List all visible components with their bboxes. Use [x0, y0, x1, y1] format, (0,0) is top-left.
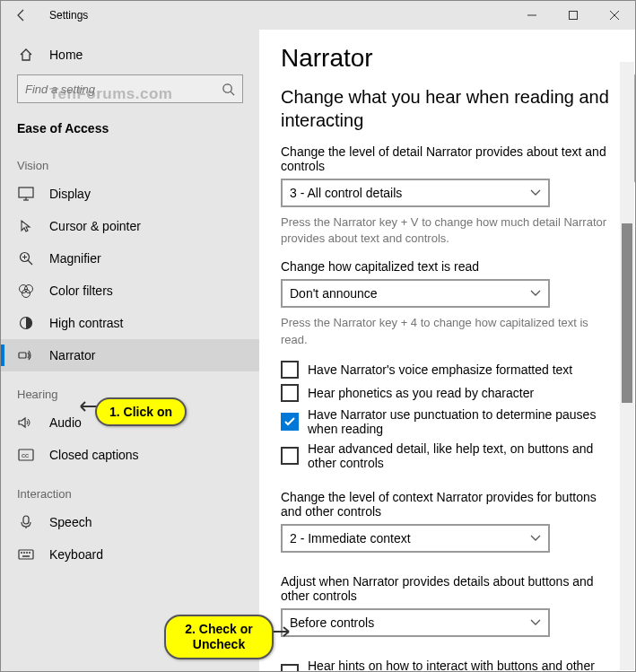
nav-label: Cursor & pointer [49, 219, 141, 233]
sidebar-item-display[interactable]: Display [1, 178, 259, 210]
context-select[interactable]: 2 - Immediate context [281, 524, 550, 553]
chevron-down-icon [530, 619, 541, 626]
context-label: Change the level of context Narrator pro… [281, 490, 614, 519]
checkbox-label: Hear hints on how to interact with butto… [308, 659, 614, 671]
callout-2-text: 2. Check or Uncheck [179, 622, 259, 652]
checkbox-emphasize[interactable]: Have Narrator's voice emphasize formatte… [281, 361, 614, 379]
svg-point-2 [223, 83, 231, 92]
nav-label: Magnifier [49, 251, 101, 266]
checkbox-icon [281, 361, 299, 379]
detail-select[interactable]: 3 - All control details [281, 179, 550, 207]
checkbox-hints[interactable]: Hear hints on how to interact with butto… [281, 659, 614, 671]
home-icon [17, 48, 35, 62]
cursor-icon [17, 219, 35, 233]
select-value: 2 - Immediate context [290, 531, 411, 545]
page-title: Narrator [281, 44, 614, 73]
svg-rect-1 [570, 12, 578, 20]
nav-label: Display [49, 187, 91, 201]
detail-label: Change the level of detail Narrator prov… [281, 144, 614, 173]
nav-label: Closed captions [49, 448, 139, 462]
svg-line-3 [231, 92, 234, 95]
sidebar-item-keyboard[interactable]: Keyboard [1, 538, 259, 571]
nav-label: Color filters [49, 284, 113, 298]
group-interaction: Interaction [1, 471, 259, 506]
audio-icon [17, 416, 35, 429]
svg-text:cc: cc [22, 451, 29, 459]
caps-hint: Press the Narrator key + 4 to change how… [281, 315, 614, 347]
svg-rect-15 [19, 353, 26, 358]
nav-label: Speech [49, 515, 91, 529]
callout-2: 2. Check or Uncheck [164, 615, 274, 659]
window-title: Settings [49, 9, 88, 22]
sidebar: TenForums.com Home Ease of Access Vision… [1, 30, 259, 671]
checkbox-icon [281, 413, 299, 431]
svg-rect-20 [19, 550, 33, 559]
back-button[interactable] [1, 1, 42, 30]
svg-line-8 [28, 260, 32, 265]
sidebar-item-highcontrast[interactable]: High contrast [1, 307, 259, 339]
callout-1: 1. Click on [95, 397, 187, 426]
svg-point-12 [25, 285, 33, 293]
window-scrollbar[interactable] [620, 62, 634, 670]
search-box[interactable] [17, 74, 243, 103]
scrollbar-thumb[interactable] [622, 223, 632, 403]
checkbox-label: Hear advanced detail, like help text, on… [308, 441, 614, 470]
search-icon [222, 83, 235, 96]
sidebar-item-cc[interactable]: cc Closed captions [1, 439, 259, 471]
checkbox-icon [281, 447, 299, 465]
magnifier-icon [17, 251, 35, 266]
nav-label: Keyboard [49, 547, 103, 562]
sidebar-item-cursor[interactable]: Cursor & pointer [1, 210, 259, 242]
svg-rect-18 [23, 516, 29, 524]
search-input[interactable] [25, 83, 222, 96]
svg-point-13 [22, 290, 30, 298]
speech-icon [17, 515, 35, 529]
chevron-down-icon [530, 290, 541, 297]
sidebar-item-narrator[interactable]: Narrator [1, 339, 259, 371]
nav-label: Narrator [49, 348, 95, 362]
checkbox-phonetics[interactable]: Hear phonetics as you read by character [281, 384, 614, 402]
sidebar-section: Ease of Access [1, 112, 259, 143]
content-pane: Narrator Change what you hear when readi… [259, 30, 635, 671]
caps-select[interactable]: Don't announce [281, 279, 550, 308]
group-vision: Vision [1, 143, 259, 178]
narrator-icon [17, 349, 35, 362]
sidebar-item-magnifier[interactable]: Magnifier [1, 242, 259, 275]
chevron-down-icon [530, 189, 541, 196]
select-value: Don't announce [290, 286, 378, 301]
adjust-label: Adjust when Narrator provides details ab… [281, 574, 614, 603]
caps-label: Change how capitalized text is read [281, 259, 614, 274]
nav-label: Audio [49, 415, 82, 430]
checkbox-advanced[interactable]: Hear advanced detail, like help text, on… [281, 441, 614, 470]
chevron-down-icon [530, 535, 541, 542]
checkbox-label: Have Narrator's voice emphasize formatte… [308, 362, 572, 377]
checkbox-label: Hear phonetics as you read by character [308, 386, 534, 400]
section-heading: Change what you hear when reading and in… [281, 85, 614, 132]
sidebar-home[interactable]: Home [1, 40, 259, 69]
checkbox-label: Have Narrator use punctuation to determi… [308, 407, 614, 436]
sidebar-item-speech[interactable]: Speech [1, 506, 259, 538]
checkbox-punctuation[interactable]: Have Narrator use punctuation to determi… [281, 407, 614, 436]
select-value: 3 - All control details [290, 186, 402, 200]
cc-icon: cc [17, 449, 35, 461]
close-button[interactable] [594, 1, 635, 30]
sidebar-home-label: Home [49, 48, 83, 62]
keyboard-icon [17, 549, 35, 560]
colorfilters-icon [17, 284, 35, 298]
select-value: Before controls [290, 615, 374, 630]
checkbox-icon [281, 664, 299, 671]
adjust-select[interactable]: Before controls [281, 608, 550, 637]
highcontrast-icon [17, 316, 35, 330]
svg-rect-4 [19, 188, 33, 197]
sidebar-item-colorfilters[interactable]: Color filters [1, 275, 259, 307]
checkbox-icon [281, 384, 299, 402]
minimize-button[interactable] [511, 1, 553, 30]
detail-hint: Press the Narrator key + V to change how… [281, 214, 614, 247]
monitor-icon [17, 187, 35, 201]
maximize-button[interactable] [553, 1, 594, 30]
titlebar: Settings [1, 1, 635, 30]
nav-label: High contrast [49, 316, 123, 330]
